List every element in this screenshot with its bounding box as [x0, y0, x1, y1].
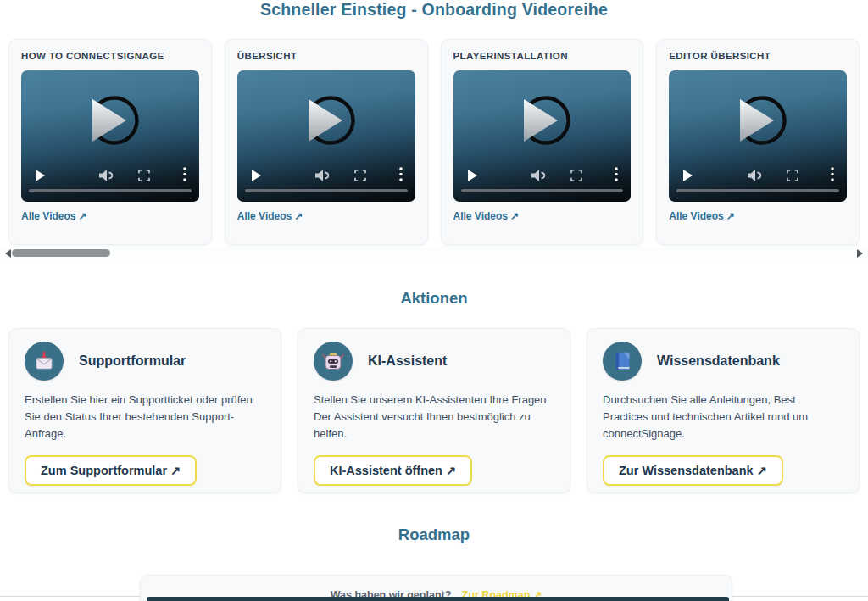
video-progress-bar[interactable] [676, 189, 839, 192]
video-card-title: HOW TO CONNECTSIGNAGE [21, 51, 199, 61]
action-card-ki-assistent: KI-Assistent Stellen Sie unserem KI-Assi… [298, 328, 570, 493]
action-card-supportformular: Supportformular Erstellen Sie hier ein S… [8, 328, 281, 493]
scroll-left-arrow-icon[interactable] [5, 249, 11, 258]
kebab-menu-icon[interactable] [399, 167, 403, 181]
horizontal-scrollbar[interactable] [0, 247, 868, 259]
big-play-spinner-icon[interactable] [726, 93, 790, 147]
page-title: Schneller Einstieg - Onboarding Videorei… [0, 0, 868, 19]
scroll-right-arrow-icon[interactable] [857, 249, 863, 258]
fullscreen-icon[interactable] [138, 170, 150, 181]
video-player[interactable] [669, 70, 847, 202]
support-form-button[interactable]: Zum Supportformular ↗ [25, 455, 197, 486]
volume-icon[interactable] [99, 170, 114, 181]
video-player[interactable] [237, 70, 415, 202]
video-card: ÜBERSICHT Alle Videos ↗ [225, 39, 428, 245]
all-videos-link[interactable]: Alle Videos ↗ [453, 210, 520, 222]
video-card: HOW TO CONNECTSIGNAGE Alle Videos ↗ [8, 39, 212, 245]
section-heading-aktionen: Aktionen [0, 289, 868, 308]
play-icon[interactable] [36, 170, 46, 181]
video-player[interactable] [21, 70, 199, 202]
fullscreen-icon[interactable] [354, 170, 366, 181]
big-play-spinner-icon[interactable] [78, 93, 142, 147]
volume-icon[interactable] [748, 170, 762, 181]
action-card-description: Stellen Sie unserem KI-Assistenten Ihre … [314, 392, 554, 442]
big-play-spinner-icon[interactable] [509, 93, 574, 147]
video-card: EDITOR ÜBERSICHT Alle Videos ↗ [656, 39, 860, 245]
play-icon[interactable] [252, 170, 262, 181]
play-icon[interactable] [468, 170, 478, 181]
big-play-spinner-icon[interactable] [294, 93, 359, 147]
fullscreen-icon[interactable] [787, 170, 798, 181]
video-card: PLAYERINSTALLATION Alle Videos ↗ [441, 39, 644, 245]
action-card-wissensdatenbank: Wissensdatenbank Durchsuchen Sie alle An… [587, 328, 860, 493]
book-icon [603, 342, 642, 381]
action-card-title: Wissensdatenbank [657, 353, 780, 369]
envelope-arrow-icon [25, 342, 64, 381]
fullscreen-icon[interactable] [570, 170, 582, 181]
action-card-description: Durchsuchen Sie alle Anleitungen, Best P… [603, 392, 843, 442]
onboarding-video-row: HOW TO CONNECTSIGNAGE Alle Videos ↗ ÜBER… [8, 39, 860, 245]
all-videos-link[interactable]: Alle Videos ↗ [669, 210, 735, 222]
section-heading-roadmap: Roadmap [0, 526, 868, 544]
video-progress-bar[interactable] [245, 189, 408, 192]
action-card-title: KI-Assistent [368, 353, 447, 369]
action-card-row: Supportformular Erstellen Sie hier ein S… [8, 328, 860, 493]
kebab-menu-icon[interactable] [615, 167, 618, 181]
video-progress-bar[interactable] [29, 189, 192, 192]
play-icon[interactable] [683, 170, 693, 181]
video-card-title: ÜBERSICHT [237, 51, 415, 61]
video-player[interactable] [453, 70, 632, 202]
all-videos-link[interactable]: Alle Videos ↗ [21, 210, 87, 222]
action-card-title: Supportformular [79, 353, 186, 369]
volume-icon[interactable] [315, 170, 330, 181]
robot-icon [314, 342, 353, 381]
knowledge-base-button[interactable]: Zur Wissensdatenbank ↗ [603, 455, 783, 486]
volume-icon[interactable] [531, 170, 546, 181]
action-card-description: Erstellen Sie hier ein Supportticket ode… [25, 392, 265, 442]
kebab-menu-icon[interactable] [831, 167, 834, 181]
kebab-menu-icon[interactable] [183, 167, 186, 181]
ki-assistant-button[interactable]: KI-Assistent öffnen ↗ [314, 455, 472, 486]
video-card-title: EDITOR ÜBERSICHT [669, 51, 847, 61]
scrollbar-thumb[interactable] [12, 249, 110, 257]
all-videos-link[interactable]: Alle Videos ↗ [237, 210, 303, 222]
video-progress-bar[interactable] [461, 189, 624, 192]
video-card-title: PLAYERINSTALLATION [453, 51, 632, 61]
roadmap-embed-top-edge [147, 597, 729, 601]
